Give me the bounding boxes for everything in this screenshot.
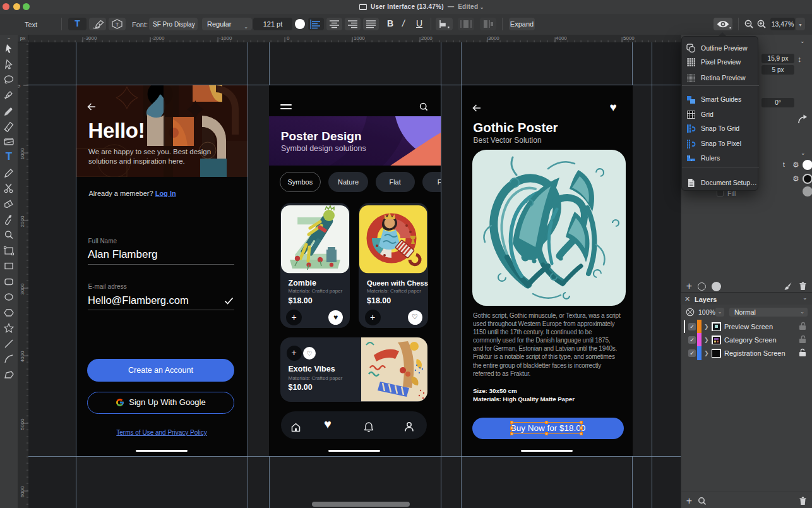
svg-text:T: T xyxy=(116,21,119,28)
